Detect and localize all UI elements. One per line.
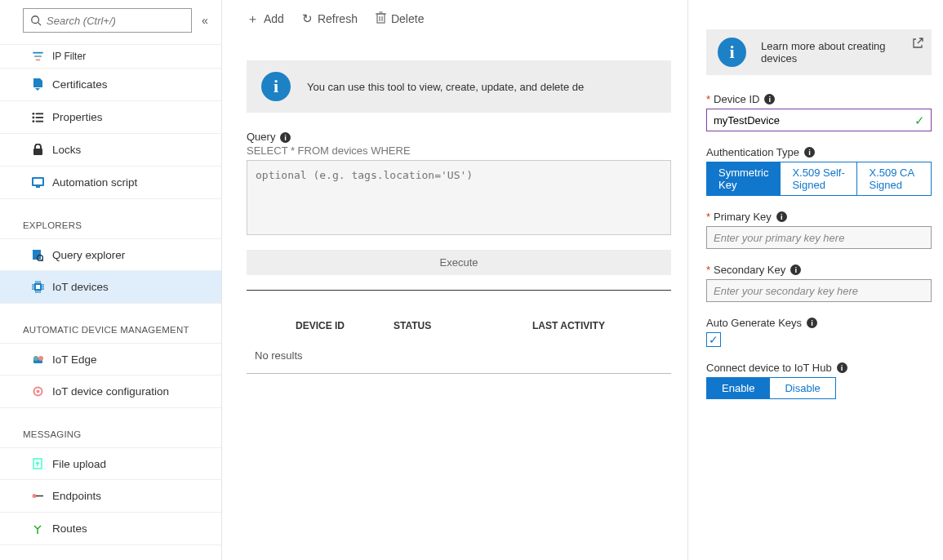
sidebar-item-label: Certificates xyxy=(52,78,108,91)
svg-rect-4 xyxy=(35,60,39,61)
tool-label: Delete xyxy=(391,12,424,25)
auto-gen-label: Auto Generate Keys i xyxy=(706,317,932,329)
label-text: Auto Generate Keys xyxy=(706,317,802,329)
sidebar-item-label: IoT device configuration xyxy=(52,385,169,398)
create-device-panel: i Learn more about creating devices * De… xyxy=(687,0,943,560)
sidebar-item-iot-device-config[interactable]: IoT device configuration xyxy=(0,376,221,408)
info-icon[interactable]: i xyxy=(804,147,815,158)
info-icon: i xyxy=(718,38,746,67)
sidebar-item-locks[interactable]: Locks xyxy=(0,134,221,167)
search-input[interactable] xyxy=(47,15,185,27)
col-last-activity: LAST ACTIVITY xyxy=(532,320,671,331)
col-device-id: DEVICE ID xyxy=(255,320,394,331)
routes-icon xyxy=(31,522,44,536)
add-button[interactable]: ＋ Add xyxy=(247,11,284,27)
learn-more-text: Learn more about creating devices xyxy=(761,40,920,64)
table-header: DEVICE ID STATUS LAST ACTIVITY xyxy=(247,291,671,343)
svg-rect-3 xyxy=(34,56,42,57)
sidebar-item-label: Automation script xyxy=(52,176,137,189)
tool-label: Add xyxy=(264,12,284,25)
info-icon[interactable]: i xyxy=(776,211,787,222)
info-icon[interactable]: i xyxy=(837,362,847,373)
secondary-key-input-wrap xyxy=(706,279,932,302)
auth-opt-x509-self[interactable]: X.509 Self-Signed xyxy=(781,162,857,196)
search-box[interactable] xyxy=(23,8,192,33)
learn-more-banner[interactable]: i Learn more about creating devices xyxy=(706,29,932,75)
svg-rect-40 xyxy=(377,14,385,23)
refresh-button[interactable]: ↻ Refresh xyxy=(302,11,358,26)
label-text: Authentication Type xyxy=(706,146,799,158)
svg-point-36 xyxy=(36,390,39,393)
sidebar-item-properties[interactable]: Properties xyxy=(0,101,221,134)
sidebar-item-iot-edge[interactable]: IoT Edge xyxy=(0,343,221,376)
nav-scroll[interactable]: IP Filter Certificates Properties Locks … xyxy=(0,44,221,560)
sidebar-item-query-explorer[interactable]: Query explorer xyxy=(0,238,221,271)
chip-icon xyxy=(31,281,44,294)
section-messaging: MESSAGING xyxy=(0,408,221,447)
endpoints-icon xyxy=(31,490,44,503)
sidebar-item-endpoints[interactable]: Endpoints xyxy=(0,480,221,513)
auth-opt-symmetric[interactable]: Symmetric Key xyxy=(706,162,781,196)
primary-key-label: * Primary Key i xyxy=(706,211,932,223)
svg-point-34 xyxy=(38,356,43,361)
info-icon[interactable]: i xyxy=(764,94,775,104)
certificate-icon xyxy=(31,78,44,91)
no-results-text: No results xyxy=(247,343,671,373)
connect-opt-enable[interactable]: Enable xyxy=(706,377,770,399)
query-input[interactable] xyxy=(247,160,671,235)
main-content: ＋ Add ↻ Refresh Delete i You can use thi… xyxy=(222,0,687,560)
toolbar: ＋ Add ↻ Refresh Delete xyxy=(247,0,671,38)
properties-icon xyxy=(31,111,44,124)
svg-rect-6 xyxy=(35,113,42,114)
tool-label: Refresh xyxy=(318,12,358,25)
required-marker: * xyxy=(706,211,710,223)
file-upload-icon xyxy=(31,457,44,470)
auto-gen-checkbox[interactable]: ✓ xyxy=(706,332,721,347)
device-id-input[interactable] xyxy=(706,109,932,131)
primary-key-input-wrap xyxy=(706,226,932,249)
primary-key-input[interactable] xyxy=(706,226,932,249)
svg-line-17 xyxy=(42,260,43,261)
automation-icon xyxy=(31,176,44,189)
info-banner: i You can use this tool to view, create,… xyxy=(247,60,671,113)
trash-icon xyxy=(376,11,386,26)
search-row: « xyxy=(0,8,221,33)
plus-icon: ＋ xyxy=(247,11,259,27)
sidebar-item-label: Properties xyxy=(52,111,103,123)
svg-point-0 xyxy=(32,16,39,24)
connect-opt-disable[interactable]: Disable xyxy=(770,377,835,399)
svg-rect-11 xyxy=(33,149,42,155)
svg-point-9 xyxy=(32,120,34,122)
collapse-sidebar-button[interactable]: « xyxy=(195,11,215,30)
col-status: STATUS xyxy=(394,320,532,331)
label-text: Primary Key xyxy=(714,211,772,223)
info-icon[interactable]: i xyxy=(807,318,817,328)
delete-button[interactable]: Delete xyxy=(376,11,424,26)
svg-rect-19 xyxy=(36,285,40,289)
filter-icon xyxy=(31,50,44,63)
lock-icon xyxy=(31,144,44,157)
search-icon xyxy=(30,15,42,26)
auth-type-label: Authentication Type i xyxy=(706,146,932,158)
sidebar-item-label: IP Filter xyxy=(52,51,86,62)
svg-rect-2 xyxy=(33,52,42,54)
external-link-icon[interactable] xyxy=(913,38,923,51)
sidebar: « IP Filter Certificates Properties Lock… xyxy=(0,0,222,560)
execute-button[interactable]: Execute xyxy=(247,250,671,275)
auth-opt-x509-ca[interactable]: X.509 CA Signed xyxy=(857,162,932,196)
refresh-icon: ↻ xyxy=(302,11,313,26)
device-id-input-wrap: ✓ xyxy=(706,109,932,131)
info-icon[interactable]: i xyxy=(280,132,291,143)
sidebar-item-ip-filter[interactable]: IP Filter xyxy=(0,44,221,69)
required-marker: * xyxy=(706,93,710,105)
info-icon[interactable]: i xyxy=(790,264,801,275)
sidebar-item-automation-script[interactable]: Automation script xyxy=(0,167,221,199)
sidebar-item-file-upload[interactable]: File upload xyxy=(0,447,221,480)
device-id-label: * Device ID i xyxy=(706,93,932,105)
secondary-key-input[interactable] xyxy=(706,279,932,302)
sidebar-item-routes[interactable]: Routes xyxy=(0,513,221,545)
table-footer-line xyxy=(247,373,671,374)
sidebar-item-iot-devices[interactable]: IoT devices xyxy=(0,271,221,304)
sidebar-item-label: IoT Edge xyxy=(52,353,97,366)
sidebar-item-certificates[interactable]: Certificates xyxy=(0,69,221,101)
